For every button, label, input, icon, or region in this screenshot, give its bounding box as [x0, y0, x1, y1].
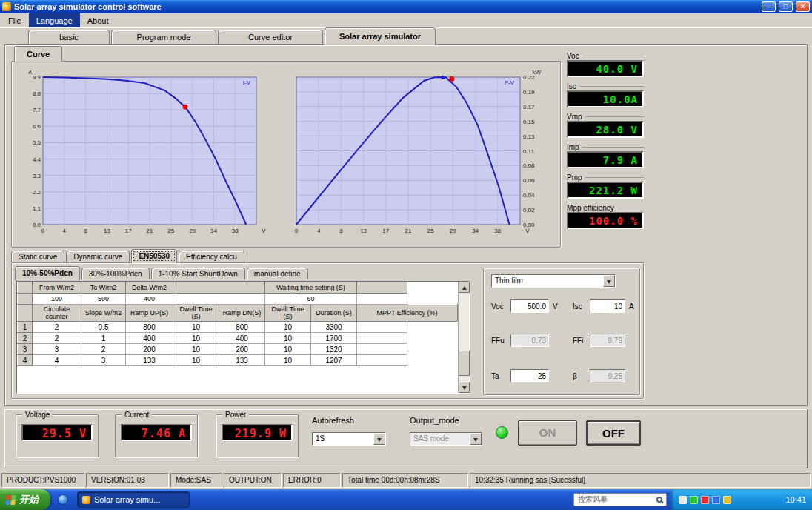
table-cell[interactable]: 2 [33, 333, 81, 344]
table-cell[interactable]: 2 [81, 344, 126, 355]
tray-clock[interactable]: 10:41 [785, 495, 806, 504]
col-circulate-counter: Circulate counter [33, 305, 81, 322]
on-button[interactable]: ON [518, 420, 577, 446]
svg-text:2.2: 2.2 [33, 189, 41, 196]
table-cell[interactable]: 10 [265, 355, 311, 366]
isc-field-label: Isc [573, 302, 582, 311]
status-mode: Mode:SAS [170, 473, 222, 488]
table-cell[interactable]: 133 [219, 355, 265, 366]
svg-text:3.3: 3.3 [33, 173, 41, 179]
solar-array-simulator-page: Curve 04813172125293438V9.98.87.76.65.54… [4, 44, 808, 406]
subtab-start-shutdown[interactable]: 1-10% Start ShuntDown [151, 268, 245, 279]
taskbar-task-button[interactable]: Solar array simu... [77, 491, 190, 508]
ffu-field-label: FFu [491, 337, 505, 345]
menu-file[interactable]: File [1, 13, 29, 27]
table-cell[interactable]: 10 [265, 333, 311, 344]
output-mode-select[interactable]: SAS mode [410, 432, 482, 446]
table-cell[interactable]: 10 [173, 333, 219, 344]
table-cell[interactable] [357, 322, 407, 333]
status-error: ERROR:0 [283, 473, 341, 488]
start-button[interactable]: 开始 [0, 489, 50, 510]
menu-about[interactable]: About [80, 13, 116, 27]
table-cell[interactable]: 10 [265, 322, 311, 333]
tray-icon[interactable] [701, 496, 709, 504]
table-cell[interactable] [357, 344, 407, 355]
table-cell[interactable]: 3300 [311, 322, 357, 333]
off-button[interactable]: OFF [586, 420, 641, 446]
value-waiting-time[interactable]: 60 [265, 294, 357, 305]
table-cell[interactable]: 200 [126, 344, 173, 355]
row-number-cell: 3 [18, 344, 33, 355]
tab-efficiency-calcu[interactable]: Efficiency calcu [179, 251, 244, 262]
table-cell[interactable]: 800 [126, 322, 173, 333]
tray-icon[interactable] [690, 496, 698, 504]
table-row: 44313310133101207 [18, 355, 458, 366]
subtab-30-100-pdcn[interactable]: 30%-100%Pdcn [81, 268, 150, 279]
table-cell[interactable]: 4 [33, 355, 81, 366]
menu-language[interactable]: Language [29, 13, 80, 27]
svg-text:5.5: 5.5 [33, 139, 41, 146]
minimize-button[interactable]: ─ [762, 1, 776, 12]
table-cell[interactable]: 1700 [311, 333, 357, 344]
svg-text:0.04: 0.04 [523, 192, 535, 199]
tab-solar-array-simulator[interactable]: Solar array simulator [325, 27, 436, 45]
quick-launch-icon[interactable] [58, 494, 68, 505]
output-status-led [496, 426, 508, 439]
table-cell[interactable]: 1 [81, 333, 126, 344]
table-cell[interactable]: 10 [173, 355, 219, 366]
row-number-cell: 1 [18, 322, 33, 333]
scroll-thumb[interactable] [459, 351, 470, 376]
subtab-10-50-pdcn[interactable]: 10%-50%Pdcn [15, 266, 80, 280]
scroll-up-button[interactable] [459, 282, 470, 293]
close-button[interactable]: ✕ [796, 1, 810, 12]
tab-program-mode[interactable]: Program mode [111, 30, 216, 44]
table-cell[interactable]: 3 [33, 344, 81, 355]
table-cell[interactable]: 0.5 [81, 322, 126, 333]
subtab-manual-define[interactable]: manual define [247, 268, 308, 279]
table-cell[interactable]: 1207 [311, 355, 357, 366]
table-cell[interactable]: 400 [126, 333, 173, 344]
tab-dynamic-curve[interactable]: Dynamic curve [66, 251, 130, 262]
tab-curve[interactable]: Curve [14, 46, 62, 62]
autorefresh-arrow[interactable] [373, 433, 385, 445]
svg-text:29: 29 [450, 228, 456, 234]
table-cell[interactable]: 10 [173, 322, 219, 333]
tray-icon[interactable] [723, 496, 731, 504]
model-select[interactable]: Thin film [491, 274, 616, 288]
table-cell[interactable]: 133 [126, 355, 173, 366]
table-cell[interactable]: 10 [173, 344, 219, 355]
table-cell[interactable]: 400 [219, 333, 265, 344]
tab-basic[interactable]: basic [28, 30, 110, 44]
table-cell[interactable]: 10 [265, 344, 311, 355]
svg-text:0: 0 [41, 228, 45, 234]
value-delta[interactable]: 400 [126, 294, 173, 305]
table-cell[interactable] [357, 355, 407, 366]
scroll-down-button[interactable] [459, 382, 470, 393]
value-from[interactable]: 100 [33, 294, 81, 305]
output-mode-arrow[interactable] [470, 433, 482, 445]
table-scrollbar[interactable] [458, 282, 469, 393]
status-product: PRODUCT:PVS1000 [1, 473, 84, 488]
model-select-arrow[interactable] [603, 275, 615, 287]
table-cell[interactable]: 200 [219, 344, 265, 355]
maximize-button[interactable]: □ [779, 1, 793, 12]
table-cell[interactable] [357, 333, 407, 344]
tab-curve-editor[interactable]: Curve editor [218, 30, 323, 44]
autorefresh-select[interactable]: 1S [312, 432, 386, 446]
table-cell[interactable]: 1320 [311, 344, 357, 355]
ta-field[interactable] [510, 369, 549, 382]
value-to[interactable]: 500 [81, 294, 126, 305]
header-delta: Delta W/m2 [126, 282, 173, 294]
taskbar-search-band[interactable]: 搜索风暴 [573, 493, 667, 506]
tray-icon[interactable] [712, 496, 720, 504]
table-cell[interactable]: 2 [33, 322, 81, 333]
curve-tab-strip: Curve [14, 45, 64, 61]
tab-static-curve[interactable]: Static curve [11, 251, 64, 262]
isc-field[interactable] [590, 299, 625, 313]
tray-icon[interactable] [679, 496, 687, 504]
table-cell[interactable]: 800 [219, 322, 265, 333]
ffu-field [510, 334, 549, 347]
voc-field[interactable] [510, 299, 549, 313]
tab-en50530[interactable]: EN50530 [131, 249, 177, 263]
table-cell[interactable]: 3 [81, 355, 126, 366]
